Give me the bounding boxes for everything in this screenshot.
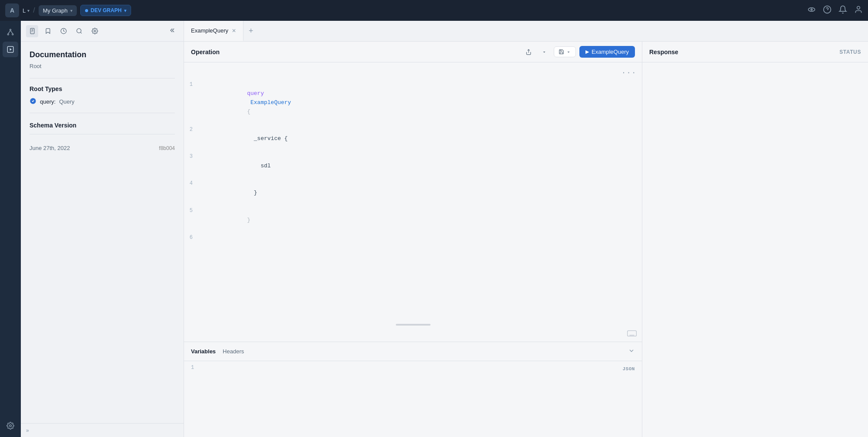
schema-version-title: Schema Version — [30, 122, 175, 129]
tab-label: ExampleQuery — [191, 27, 228, 34]
root-types-title: Root Types — [30, 85, 175, 92]
workspace-chevron: ▾ — [27, 8, 30, 13]
sidebar-bottom-bar: » — [21, 423, 184, 437]
code-line-2: 2 _service { — [184, 126, 642, 153]
share-dropdown-btn[interactable] — [538, 46, 550, 58]
workspace-selector[interactable]: L ▾ — [23, 7, 30, 14]
main-layout: Documentation Root Root Types query: Que… — [0, 21, 868, 437]
code-line-3: 3 sdl — [184, 153, 642, 179]
save-btn[interactable] — [554, 46, 576, 57]
dev-graph-button[interactable]: DEV GRAPH ▾ — [80, 5, 131, 16]
icon-bar — [0, 21, 21, 437]
svg-marker-11 — [10, 48, 12, 51]
sidebar-content: Documentation Root Root Types query: Que… — [21, 42, 184, 423]
variables-panel: Variables Headers 1 JSON — [184, 342, 642, 437]
share-btn[interactable] — [523, 46, 535, 58]
json-label: JSON — [622, 366, 635, 372]
schema-hash: f8b004 — [159, 145, 175, 151]
tab-close-btn[interactable]: ✕ — [232, 28, 236, 34]
code-line-6: 6 — [184, 234, 642, 243]
svg-point-7 — [12, 34, 13, 35]
top-nav: A L ▾ / My Graph ▾ DEV GRAPH ▾ — [0, 0, 868, 21]
tab-add-btn[interactable]: + — [243, 26, 259, 36]
sidebar-expand-btn[interactable]: » — [26, 427, 29, 434]
variables-header: Variables Headers — [184, 342, 642, 361]
code-editor[interactable]: ··· 1 query ExampleQuery { 2 _ser — [184, 62, 642, 320]
settings-icon-btn[interactable] — [3, 418, 18, 434]
svg-point-4 — [857, 6, 860, 9]
dev-graph-label: DEV GRAPH — [91, 7, 122, 13]
root-type-query[interactable]: query: Query — [30, 98, 175, 106]
graph-icon-btn[interactable] — [3, 24, 18, 40]
root-type-key: query: — [40, 98, 56, 105]
response-header: Response STATUS — [642, 42, 868, 62]
status-label: STATUS — [839, 49, 861, 55]
sidebar: Documentation Root Root Types query: Que… — [21, 21, 184, 437]
code-line-5: 5 } — [184, 207, 642, 234]
svg-line-9 — [10, 30, 13, 34]
operation-header: Operation ▶ — [184, 42, 642, 62]
divider-1 — [30, 78, 175, 78]
more-options-btn[interactable]: ··· — [621, 68, 637, 79]
preview-icon[interactable] — [807, 5, 816, 16]
variables-tab[interactable]: Variables — [191, 348, 216, 355]
history-tool-btn[interactable] — [57, 25, 69, 37]
editor-response-split: Operation ▶ — [184, 42, 868, 437]
svg-point-18 — [76, 29, 81, 33]
play-icon: ▶ — [585, 49, 589, 55]
operation-actions: ▶ ExampleQuery — [523, 46, 635, 58]
svg-line-19 — [80, 32, 82, 33]
svg-point-5 — [10, 29, 11, 30]
var-line-num-1: 1 — [191, 365, 200, 434]
explorer-icon-btn[interactable] — [3, 42, 18, 57]
variables-collapse-btn[interactable] — [628, 347, 635, 356]
response-content — [642, 62, 868, 437]
logo-button[interactable]: A — [5, 3, 19, 17]
sidebar-title: Documentation — [30, 50, 175, 59]
dev-graph-dot — [85, 9, 88, 12]
response-panel: Response STATUS — [642, 42, 868, 437]
svg-point-0 — [809, 7, 815, 11]
graph-chevron: ▾ — [70, 8, 72, 13]
code-line-4: 4 } — [184, 179, 642, 206]
divider-2 — [30, 113, 175, 113]
nav-right-actions — [807, 5, 863, 16]
sidebar-collapse-btn[interactable] — [168, 25, 178, 37]
icon-bar-bottom — [3, 418, 18, 434]
graph-name: My Graph — [43, 7, 68, 14]
nav-separator: / — [33, 7, 35, 14]
doc-tool-btn[interactable] — [26, 25, 38, 37]
headers-tab[interactable]: Headers — [223, 348, 244, 355]
svg-point-12 — [10, 425, 12, 427]
editor-panel: Operation ▶ — [184, 42, 642, 437]
svg-line-8 — [8, 30, 10, 34]
divider-3 — [30, 134, 175, 134]
schema-date: June 27th, 2022 — [30, 145, 70, 151]
keyboard-icon-area — [184, 327, 642, 342]
help-icon[interactable] — [823, 5, 832, 16]
notifications-icon[interactable] — [838, 5, 847, 16]
svg-point-20 — [94, 30, 95, 32]
schema-row: June 27th, 2022 f8b004 — [30, 141, 175, 151]
operation-title: Operation — [191, 49, 220, 55]
workspace-label: L — [23, 7, 26, 14]
scroll-track — [396, 324, 431, 326]
check-circle-icon — [30, 98, 36, 106]
bookmark-tool-btn[interactable] — [42, 25, 54, 37]
code-line-1: 1 query ExampleQuery { — [184, 81, 642, 126]
search-tool-btn[interactable] — [73, 25, 85, 37]
variables-content: 1 JSON — [184, 361, 642, 437]
main-content: ExampleQuery ✕ + Operation — [184, 21, 868, 437]
tab-example-query[interactable]: ExampleQuery ✕ — [184, 21, 243, 41]
scroll-handle-area — [184, 320, 642, 327]
run-btn[interactable]: ▶ ExampleQuery — [579, 46, 635, 58]
svg-point-6 — [7, 34, 9, 35]
run-label: ExampleQuery — [592, 49, 629, 55]
graph-selector[interactable]: My Graph ▾ — [39, 5, 77, 16]
schema-section: Schema Version June 27th, 2022 f8b004 — [30, 122, 175, 151]
tabs-bar: ExampleQuery ✕ + — [184, 21, 868, 42]
settings-tool-btn[interactable] — [89, 25, 101, 37]
dev-graph-chevron: ▾ — [124, 8, 126, 13]
sidebar-toolbar — [21, 21, 184, 42]
user-icon[interactable] — [854, 5, 863, 16]
